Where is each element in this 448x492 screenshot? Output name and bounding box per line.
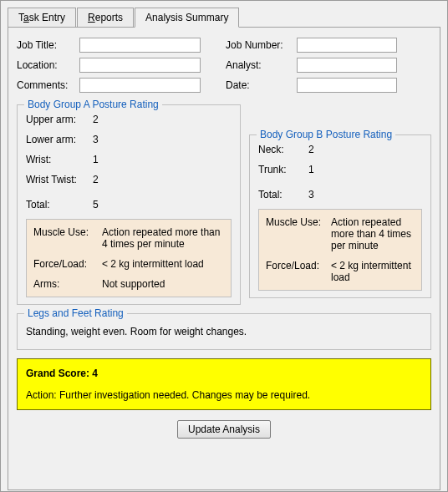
- job-info-right-column: Job Number: Analyst: Date:: [226, 38, 397, 93]
- group-a-total-value: 5: [93, 199, 232, 210]
- job-title-input[interactable]: [79, 38, 201, 53]
- tab-reports-label-post: eports: [95, 12, 123, 23]
- wrist-twist-value: 2: [93, 174, 232, 185]
- group-b-posture: Body Group B Posture Rating Neck: 2 Trun…: [249, 134, 431, 298]
- legs-feet-legend: Legs and Feet Rating: [24, 307, 127, 319]
- group-a-values: Upper arm: 2 Lower arm: 3 Wrist: 1 Wrist…: [26, 114, 232, 210]
- grand-action-text: Action: Further investigation needed. Ch…: [26, 389, 422, 401]
- location-label: Location:: [17, 59, 79, 71]
- button-row: Update Analysis: [17, 420, 431, 439]
- legs-feet-text: Standing, weight even. Room for weight c…: [26, 326, 422, 337]
- group-b-values: Neck: 2 Trunk: 1 Total: 3: [258, 144, 422, 200]
- comments-label: Comments:: [17, 79, 79, 91]
- lower-arm-label: Lower arm:: [26, 134, 93, 145]
- analysis-summary-panel: Job Title: Location: Comments: Job Numbe…: [8, 27, 440, 490]
- analyst-input[interactable]: [297, 58, 397, 73]
- tab-task-entry-mnemonic: a: [23, 12, 29, 23]
- job-info-left-column: Job Title: Location: Comments:: [17, 38, 201, 93]
- tab-analysis-summary[interactable]: Analysis Summary: [135, 8, 239, 28]
- wrist-value: 1: [93, 154, 232, 165]
- tab-reports-mnemonic: R: [88, 12, 95, 23]
- group-a-muscle-use-value: Action repeated more than 4 times per mi…: [102, 226, 224, 250]
- lower-arm-value: 3: [93, 134, 232, 145]
- tab-reports[interactable]: Reports: [77, 8, 134, 27]
- group-b-force-load-value: < 2 kg intermittent load: [331, 260, 415, 283]
- group-b-total-value: 3: [308, 189, 422, 200]
- job-number-input[interactable]: [297, 38, 397, 53]
- date-input[interactable]: [297, 78, 397, 93]
- group-b-legend: Body Group B Posture Rating: [257, 129, 395, 140]
- posture-groups-row: Body Group A Posture Rating Upper arm: 2…: [17, 104, 431, 305]
- neck-value: 2: [308, 144, 422, 155]
- group-a-muscle-use-label: Muscle Use:: [33, 226, 99, 250]
- group-a-muscle-box: Muscle Use: Action repeated more than 4 …: [26, 219, 232, 297]
- group-a-arms-label: Arms:: [33, 278, 99, 290]
- upper-arm-value: 2: [93, 114, 232, 125]
- grand-score-box: Grand Score: 4 Action: Further investiga…: [17, 358, 431, 410]
- trunk-value: 1: [308, 164, 422, 175]
- tab-task-entry[interactable]: Task Entry: [8, 8, 76, 27]
- group-a-legend: Body Group A Posture Rating: [24, 99, 162, 110]
- update-analysis-button[interactable]: Update Analysis: [177, 420, 271, 439]
- tab-analysis-summary-label: Analysis Summary: [145, 12, 228, 23]
- upper-arm-label: Upper arm:: [26, 114, 93, 125]
- group-b-muscle-box: Muscle Use: Action repeated more than 4 …: [258, 209, 422, 291]
- group-b-force-load-label: Force/Load:: [266, 260, 328, 283]
- group-b-muscle-use-value: Action repeated more than 4 times per mi…: [331, 216, 415, 251]
- neck-label: Neck:: [258, 144, 308, 155]
- trunk-label: Trunk:: [258, 164, 308, 175]
- job-info-form: Job Title: Location: Comments: Job Numbe…: [17, 38, 431, 93]
- group-a-total-label: Total:: [26, 199, 93, 210]
- grand-score-text: Grand Score: 4: [26, 368, 422, 379]
- group-a-force-load-label: Force/Load:: [33, 258, 99, 270]
- legs-feet-group: Legs and Feet Rating Standing, weight ev…: [17, 313, 431, 350]
- analysis-window: Task Entry Reports Analysis Summary Job …: [0, 0, 448, 492]
- group-b-total-label: Total:: [258, 189, 308, 200]
- job-title-label: Job Title:: [17, 39, 79, 51]
- wrist-label: Wrist:: [26, 154, 93, 165]
- job-number-label: Job Number:: [226, 39, 297, 51]
- analyst-label: Analyst:: [226, 59, 297, 71]
- wrist-twist-label: Wrist Twist:: [26, 174, 93, 185]
- date-label: Date:: [226, 79, 297, 91]
- group-a-posture: Body Group A Posture Rating Upper arm: 2…: [17, 104, 241, 305]
- group-b-muscle-use-label: Muscle Use:: [266, 216, 328, 251]
- comments-input[interactable]: [79, 78, 201, 93]
- tab-task-entry-label-post: sk Entry: [29, 12, 65, 23]
- group-a-force-load-value: < 2 kg intermittent load: [102, 258, 224, 270]
- location-input[interactable]: [79, 58, 201, 73]
- group-a-arms-value: Not supported: [102, 278, 224, 290]
- tab-bar: Task Entry Reports Analysis Summary: [8, 8, 440, 27]
